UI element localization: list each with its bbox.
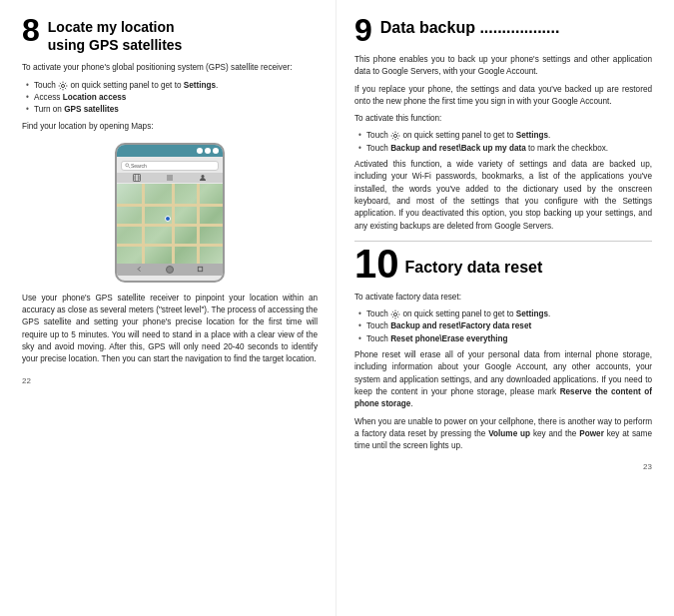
bullet-reset-erase: Touch Reset phone\Erase everything — [358, 333, 652, 345]
gear-icon-2 — [390, 131, 400, 141]
factory-para2: When you are unable to power on your cel… — [354, 416, 652, 453]
page-number-left: 22 — [22, 376, 318, 385]
section-9-intro: This phone enables you to back up your p… — [354, 54, 652, 79]
list-icon — [166, 174, 174, 182]
section-title-8-line2: using GPS satellites — [48, 36, 183, 54]
section-8-after-image: Use your phone's GPS satellite receiver … — [22, 293, 318, 366]
location-dot — [165, 216, 171, 222]
section-9-para1: If you replace your phone, the settings … — [354, 84, 652, 109]
factory-intro: To activate factory data reset: — [354, 292, 652, 304]
phone-toolbar — [117, 173, 223, 183]
section-8-bullets: Touch on quick setting panel to get to S… — [22, 80, 318, 117]
phone-search-bar: Search — [121, 161, 219, 171]
gear-icon-1 — [58, 81, 68, 91]
factory-para1-end: . — [410, 399, 412, 408]
home-btn — [166, 266, 174, 274]
phone-screenshot: Search — [115, 143, 225, 283]
section-9-para2: To activate this function: — [354, 113, 652, 125]
phone-bottom-bar — [117, 264, 223, 276]
search-text-phone: Search — [131, 163, 147, 169]
section-9-bullets: Touch on quick setting panel to get to S… — [354, 130, 652, 155]
section-number-9: 9 — [354, 14, 372, 46]
section-title-9: Data backup .................. — [380, 18, 560, 37]
status-icons — [197, 148, 219, 154]
section-10-header: 10 Factory data reset — [354, 250, 652, 284]
power-bold: Power — [579, 429, 604, 438]
volume-up-bold: Volume up — [488, 429, 530, 438]
section-title-10: Factory data reset — [405, 258, 543, 277]
factory-para2-mid: key and the — [530, 429, 579, 438]
status-icon-3 — [213, 148, 219, 154]
person-icon — [199, 174, 207, 182]
bullet-touch-settings: Touch on quick setting panel to get to S… — [26, 80, 318, 92]
gear-icon-3 — [390, 309, 400, 319]
phone-screenshot-container: Search — [22, 143, 318, 283]
section-8-header: 8 Locate my location using GPS satellite… — [22, 18, 318, 54]
bullet-factory-data-reset: Touch Backup and reset\Factory data rese… — [358, 320, 652, 332]
section-9-header: 9 Data backup .................. — [354, 18, 652, 46]
status-icon-1 — [197, 148, 203, 154]
recent-btn — [197, 266, 204, 273]
left-page: 8 Locate my location using GPS satellite… — [0, 0, 337, 616]
svg-rect-8 — [198, 268, 202, 272]
factory-para1: Phone reset will erase all of your perso… — [354, 349, 652, 410]
svg-rect-3 — [134, 174, 141, 181]
svg-point-1 — [126, 164, 129, 167]
page-spread: 8 Locate my location using GPS satellite… — [0, 0, 674, 616]
svg-point-10 — [394, 312, 397, 315]
section-number-8: 8 — [22, 14, 40, 46]
section-9-para3: Activated this function, a wide variety … — [354, 159, 652, 233]
right-page: 9 Data backup .................. This ph… — [337, 0, 674, 616]
section-8-intro: To activate your phone's global position… — [22, 62, 318, 74]
bullet-9-touch-settings: Touch on quick setting panel to get to S… — [358, 130, 652, 142]
page-number-right: 23 — [354, 462, 652, 471]
bullet-location-access: Access Location access — [26, 92, 318, 104]
svg-point-9 — [394, 135, 397, 138]
map-icon — [133, 174, 141, 182]
find-maps-text: Find your location by opening Maps: — [22, 121, 318, 133]
phone-map — [117, 184, 223, 264]
back-btn — [136, 266, 143, 273]
svg-point-7 — [201, 175, 204, 178]
status-icon-2 — [205, 148, 211, 154]
phone-status-bar — [117, 145, 223, 157]
bullet-factory-touch-settings: Touch on quick setting panel to get to S… — [358, 308, 652, 320]
section-title-8-line1: Locate my location — [48, 18, 183, 36]
bullet-9-backup: Touch Backup and reset\Back up my data t… — [358, 143, 652, 155]
section-divider — [354, 241, 652, 242]
svg-point-0 — [62, 84, 65, 87]
factory-bullets: Touch on quick setting panel to get to S… — [354, 308, 652, 345]
section-number-10: 10 — [354, 244, 399, 284]
bullet-gps-satellites: Turn on GPS satellites — [26, 104, 318, 116]
